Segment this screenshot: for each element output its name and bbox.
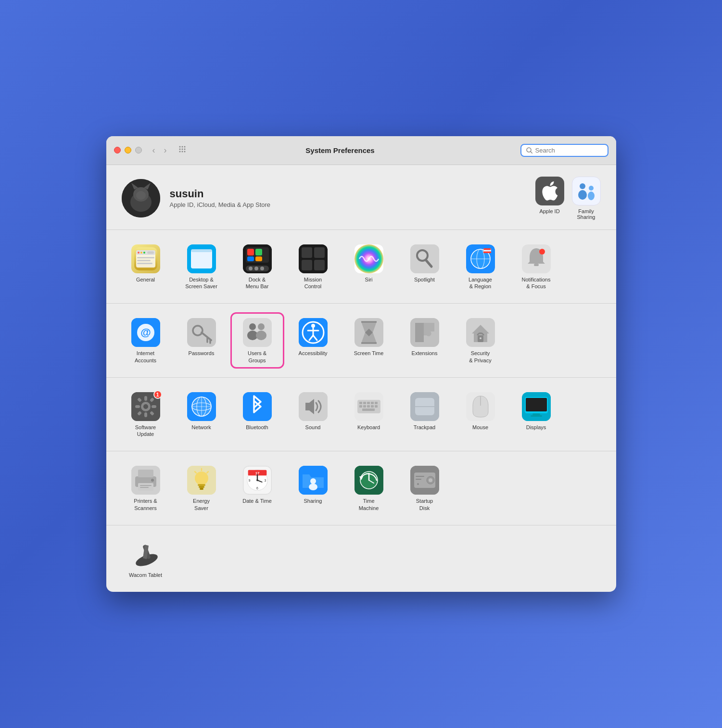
svg-rect-122 [371, 405, 374, 408]
svg-point-74 [258, 323, 265, 330]
screentime-label: Screen Time [354, 350, 384, 357]
svg-rect-109 [243, 392, 272, 421]
pref-desktop[interactable]: Desktop &Screen Saver [176, 240, 228, 294]
wacom-label: Wacom Tablet [129, 572, 162, 578]
svg-rect-30 [137, 263, 152, 264]
window-title: System Preferences [166, 146, 515, 154]
prefs-section-4: Printers &Scanners [106, 451, 616, 525]
avatar[interactable] [122, 179, 160, 217]
pref-mouse[interactable]: Mouse [455, 387, 507, 442]
close-button[interactable] [114, 147, 121, 153]
extensions-icon [410, 318, 439, 347]
users-svg [243, 318, 272, 347]
svg-rect-61 [534, 264, 539, 266]
pref-startup[interactable]: StartupDisk [399, 461, 451, 515]
pref-datetime[interactable]: 12 3 6 9 17 Date & Time [231, 461, 283, 515]
svg-text:9: 9 [248, 479, 250, 482]
pref-sound[interactable]: Sound [287, 387, 339, 442]
screentime-icon [355, 318, 383, 347]
pref-wacom[interactable]: Wacom Tablet [120, 535, 172, 582]
pref-screentime[interactable]: Screen Time [343, 313, 395, 368]
desktop-icon [187, 244, 216, 273]
svg-point-172 [429, 478, 432, 482]
minimize-button[interactable] [125, 147, 131, 153]
pref-language[interactable]: Language& Region [455, 240, 507, 294]
sound-icon [299, 392, 328, 421]
pref-energy[interactable]: EnergySaver [176, 461, 228, 515]
apple-id-icon [535, 177, 564, 205]
pref-internet[interactable]: @ InternetAccounts [120, 313, 172, 368]
svg-rect-145 [199, 486, 204, 488]
screentime-svg [355, 318, 383, 347]
pref-keyboard[interactable]: Keyboard [343, 387, 395, 442]
svg-point-18 [578, 190, 587, 200]
svg-rect-95 [144, 396, 147, 401]
pref-software[interactable]: 1 [120, 387, 172, 442]
svg-rect-38 [247, 256, 254, 261]
bluetooth-icon [243, 392, 272, 421]
pref-general[interactable]: General [120, 240, 172, 294]
energy-icon [187, 466, 216, 495]
pref-passwords[interactable]: Passwords [176, 313, 228, 368]
pref-users[interactable]: Users &Groups [231, 313, 283, 368]
prefs-section-1: General Desktop &Screen Saver [106, 230, 616, 304]
printers-label: Printers &Scanners [134, 498, 157, 511]
pref-timemachine[interactable]: TimeMachine [343, 461, 395, 515]
svg-rect-116 [367, 402, 370, 404]
pref-notifications[interactable]: Notifications& Focus [510, 240, 562, 294]
pref-dock[interactable]: Dock &Menu Bar [231, 240, 283, 294]
dock-label: Dock &Menu Bar [246, 276, 269, 290]
pref-accessibility[interactable]: Accessibility [287, 313, 339, 368]
trackpad-icon [410, 392, 439, 421]
svg-rect-50 [410, 244, 439, 273]
passwords-icon [187, 318, 216, 347]
pref-security[interactable]: Security& Privacy [455, 313, 507, 368]
pref-extensions[interactable]: Extensions [399, 313, 451, 368]
profile-subtitle: Apple ID, iCloud, Media & App Store [170, 201, 526, 208]
extensions-label: Extensions [412, 350, 438, 357]
displays-icon [522, 392, 551, 421]
pref-network[interactable]: Network [176, 387, 228, 442]
maximize-button[interactable] [135, 147, 142, 153]
svg-rect-48 [314, 260, 325, 270]
svg-rect-146 [200, 488, 203, 490]
family-sharing-label: FamilySharing [577, 208, 595, 220]
language-icon [466, 244, 495, 273]
pref-sharing[interactable]: Sharing [287, 461, 339, 515]
network-label: Network [191, 424, 211, 431]
svg-point-175 [417, 483, 419, 485]
sharing-icon [299, 466, 328, 495]
mission-label: MissionControl [304, 276, 322, 290]
svg-rect-120 [363, 405, 366, 408]
prefs-grid-5: Wacom Tablet [120, 535, 603, 582]
pref-spotlight[interactable]: Spotlight [399, 240, 451, 294]
search-box[interactable] [520, 144, 608, 157]
titlebar: ‹ › System Preferences [106, 136, 616, 165]
pref-printers[interactable]: Printers &Scanners [120, 461, 172, 515]
svg-rect-39 [255, 256, 262, 261]
startup-svg [410, 466, 439, 495]
prefs-grid-2: @ InternetAccounts Passwo [120, 313, 603, 368]
pref-mission[interactable]: MissionControl [287, 240, 339, 294]
svg-rect-33 [191, 249, 212, 252]
svg-rect-132 [526, 398, 547, 411]
desktop-svg [187, 244, 216, 273]
mission-icon [299, 244, 328, 273]
apple-id-action[interactable]: Apple ID [535, 177, 564, 220]
family-sharing-action[interactable]: FamilySharing [572, 177, 601, 220]
svg-rect-27 [147, 251, 154, 254]
svg-rect-124 [362, 409, 375, 411]
timemachine-icon [355, 466, 383, 495]
pref-bluetooth[interactable]: Bluetooth [231, 387, 283, 442]
language-label: Language& Region [469, 276, 492, 290]
pref-siri[interactable]: Siri [343, 240, 395, 294]
svg-rect-97 [135, 405, 140, 408]
accessibility-label: Accessibility [299, 350, 328, 357]
passwords-label: Passwords [189, 350, 215, 357]
pref-trackpad[interactable]: Trackpad [399, 387, 451, 442]
search-input[interactable] [535, 147, 603, 154]
pref-displays[interactable]: Displays [510, 387, 562, 442]
spotlight-svg [410, 244, 439, 273]
svg-point-25 [140, 252, 142, 254]
back-button[interactable]: ‹ [150, 144, 158, 156]
